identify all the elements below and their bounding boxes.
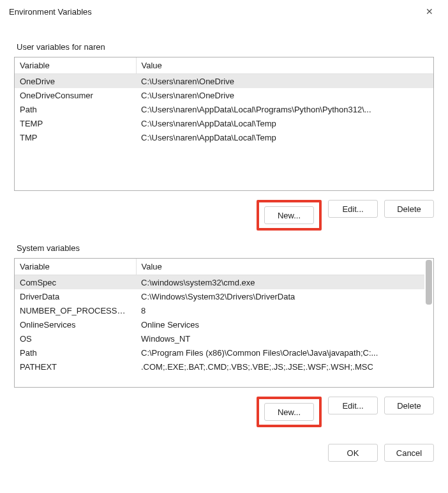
cell-value: C:\Users\naren\AppData\Local\Programs\Py… — [136, 102, 433, 116]
user-new-button[interactable]: New... — [264, 206, 314, 224]
user-edit-button[interactable]: Edit... — [328, 200, 378, 218]
user-variables-label: User variables for naren — [17, 42, 434, 52]
cell-variable: OneDriveConsumer — [15, 88, 136, 102]
sys-edit-button[interactable]: Edit... — [328, 397, 378, 414]
cell-value: C:\Windows\System32\Drivers\DriverData — [136, 289, 424, 303]
cell-value: C:\Users\naren\AppData\Local\Temp — [136, 116, 433, 130]
cell-variable: Path — [15, 345, 136, 360]
dialog-content: User variables for naren Variable Value … — [0, 23, 448, 471]
cell-variable: DriverData — [15, 289, 136, 303]
system-variables-table[interactable]: Variable Value ComSpecC:\windows\system3… — [14, 258, 434, 388]
cell-value: Online Services — [136, 317, 424, 331]
user-delete-button[interactable]: Delete — [384, 200, 434, 218]
scrollbar-thumb[interactable] — [426, 260, 432, 305]
cell-value: C:\Users\naren\OneDrive — [136, 88, 433, 102]
cell-value: C:\Program Files (x86)\Common Files\Orac… — [136, 345, 424, 360]
dialog-footer: OK Cancel — [14, 444, 434, 462]
cell-value: 8 — [136, 303, 424, 317]
sys-delete-button[interactable]: Delete — [384, 397, 434, 414]
cell-value: C:\Users\naren\AppData\Local\Temp — [136, 130, 433, 144]
highlight-sys-new: New... — [257, 397, 322, 427]
table-row[interactable]: PATHEXT.COM;.EXE;.BAT;.CMD;.VBS;.VBE;.JS… — [15, 360, 424, 374]
user-variables-group: User variables for naren Variable Value … — [14, 42, 434, 231]
cell-variable: PATHEXT — [15, 360, 136, 374]
table-row[interactable]: DriverDataC:\Windows\System32\Drivers\Dr… — [15, 289, 424, 303]
table-row[interactable]: NUMBER_OF_PROCESSORS8 — [15, 303, 424, 317]
user-col-value[interactable]: Value — [136, 57, 433, 74]
user-variables-table[interactable]: Variable Value OneDriveC:\Users\naren\On… — [14, 57, 434, 191]
sys-col-value[interactable]: Value — [136, 259, 424, 275]
table-row[interactable]: OneDriveC:\Users\naren\OneDrive — [15, 74, 433, 89]
titlebar: Environment Variables ✕ — [0, 0, 448, 23]
system-variables-label: System variables — [17, 243, 434, 253]
ok-button[interactable]: OK — [328, 444, 378, 462]
highlight-user-new: New... — [257, 200, 322, 231]
table-row[interactable]: OnlineServicesOnline Services — [15, 317, 424, 331]
system-button-row: New... Edit... Delete — [14, 397, 434, 427]
cell-variable: Path — [15, 102, 136, 116]
cell-variable: OneDrive — [15, 74, 136, 89]
sys-col-variable[interactable]: Variable — [15, 259, 136, 275]
cancel-button[interactable]: Cancel — [384, 444, 434, 462]
table-row[interactable]: TMPC:\Users\naren\AppData\Local\Temp — [15, 130, 433, 144]
cell-variable: NUMBER_OF_PROCESSORS — [15, 303, 136, 317]
sys-new-button[interactable]: New... — [264, 403, 314, 421]
cell-variable: OnlineServices — [15, 317, 136, 331]
user-button-row: New... Edit... Delete — [14, 200, 434, 231]
cell-variable: TMP — [15, 130, 136, 144]
cell-variable: TEMP — [15, 116, 136, 130]
system-variables-group: System variables Variable Value ComSpecC… — [14, 243, 434, 427]
cell-value: C:\windows\system32\cmd.exe — [136, 275, 424, 290]
table-row[interactable]: TEMPC:\Users\naren\AppData\Local\Temp — [15, 116, 433, 130]
cell-value: Windows_NT — [136, 331, 424, 345]
cell-variable: OS — [15, 331, 136, 345]
cell-value: .COM;.EXE;.BAT;.CMD;.VBS;.VBE;.JS;.JSE;.… — [136, 360, 424, 374]
table-row[interactable]: OSWindows_NT — [15, 331, 424, 345]
table-row[interactable]: PathC:\Users\naren\AppData\Local\Program… — [15, 102, 433, 116]
table-row[interactable]: ComSpecC:\windows\system32\cmd.exe — [15, 275, 424, 290]
close-icon[interactable]: ✕ — [420, 7, 439, 16]
cell-variable: ComSpec — [15, 275, 136, 290]
user-col-variable[interactable]: Variable — [15, 57, 136, 74]
cell-value: C:\Users\naren\OneDrive — [136, 74, 433, 89]
table-row[interactable]: OneDriveConsumerC:\Users\naren\OneDrive — [15, 88, 433, 102]
window-title: Environment Variables — [9, 7, 92, 17]
table-row[interactable]: PathC:\Program Files (x86)\Common Files\… — [15, 345, 424, 360]
